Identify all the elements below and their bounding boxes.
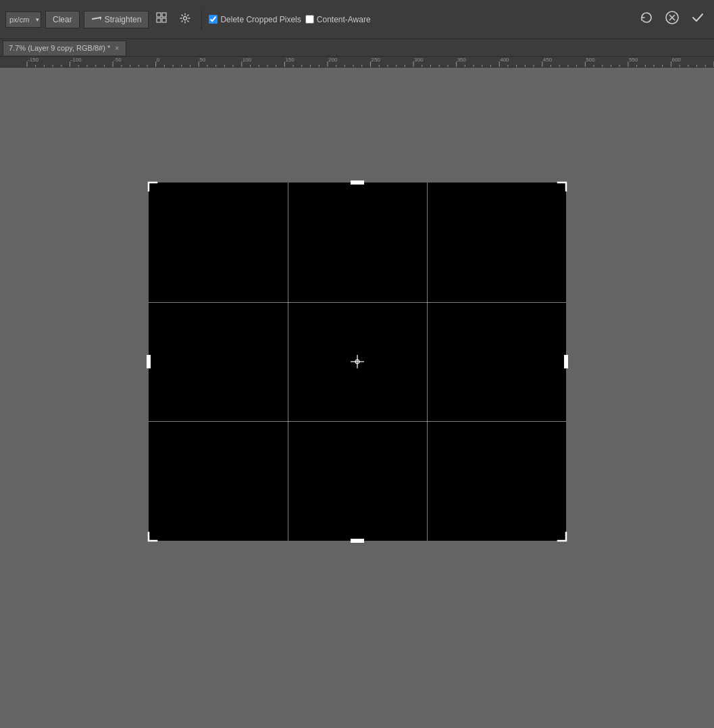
- image-area: [149, 183, 566, 541]
- content-aware-text: Content-Aware: [317, 15, 371, 24]
- confirm-icon: [690, 10, 705, 28]
- delete-cropped-checkbox[interactable]: [209, 15, 218, 24]
- svg-rect-5: [162, 18, 166, 22]
- straighten-icon: [91, 13, 102, 26]
- divider-1: [201, 9, 202, 30]
- handle-top-left[interactable]: [147, 181, 158, 192]
- grid-line-v2: [427, 183, 428, 541]
- straighten-label: Straighten: [105, 15, 142, 24]
- grid-line-h2: [149, 421, 566, 422]
- grid-icon: [156, 12, 168, 26]
- handle-top-right[interactable]: [557, 181, 567, 192]
- svg-rect-3: [162, 13, 166, 17]
- handle-left-center[interactable]: [147, 355, 151, 368]
- svg-rect-2: [157, 13, 161, 17]
- settings-icon: [180, 13, 190, 26]
- svg-rect-4: [157, 18, 161, 22]
- tab-title: 7.7% (Layer 9 copy, RGB/8#) *: [9, 44, 110, 52]
- confirm-button[interactable]: [687, 9, 709, 30]
- grid-line-v1: [288, 183, 288, 541]
- clear-button[interactable]: Clear: [45, 11, 80, 28]
- content-aware-label[interactable]: Content-Aware: [305, 15, 371, 24]
- svg-point-6: [184, 17, 187, 20]
- tab-close-button[interactable]: ×: [113, 44, 120, 53]
- toolbar: px/cm px/in cm mm in Clear Straighten: [0, 0, 714, 39]
- ruler-canvas: [0, 57, 714, 67]
- cancel-icon: [665, 10, 680, 28]
- reset-button[interactable]: [636, 9, 657, 30]
- handle-right-center[interactable]: [564, 355, 568, 368]
- straighten-button[interactable]: Straighten: [84, 11, 149, 28]
- tabbar: 7.7% (Layer 9 copy, RGB/8#) * ×: [0, 39, 714, 57]
- cancel-button[interactable]: [661, 9, 683, 30]
- unit-select[interactable]: px/cm px/in cm mm in: [5, 11, 41, 28]
- unit-selector-wrapper[interactable]: px/cm px/in cm mm in: [5, 11, 41, 28]
- delete-cropped-text: Delete Cropped Pixels: [220, 15, 301, 24]
- delete-cropped-label[interactable]: Delete Cropped Pixels: [209, 15, 301, 24]
- ruler: [0, 57, 714, 68]
- handle-bottom-left[interactable]: [147, 531, 158, 542]
- svg-rect-0: [92, 17, 101, 20]
- settings-button[interactable]: [176, 10, 195, 29]
- document-tab[interactable]: 7.7% (Layer 9 copy, RGB/8#) * ×: [3, 41, 126, 55]
- grid-line-h1: [149, 302, 566, 303]
- content-aware-checkbox[interactable]: [305, 15, 314, 24]
- handle-bottom-right[interactable]: [557, 531, 567, 542]
- crop-container[interactable]: [149, 183, 566, 541]
- grid-overlay-button[interactable]: [153, 10, 172, 29]
- crosshair: [351, 355, 364, 368]
- canvas-area[interactable]: [0, 68, 714, 728]
- handle-bottom-center[interactable]: [351, 539, 364, 543]
- reset-icon: [640, 11, 653, 28]
- handle-top-center[interactable]: [351, 180, 364, 185]
